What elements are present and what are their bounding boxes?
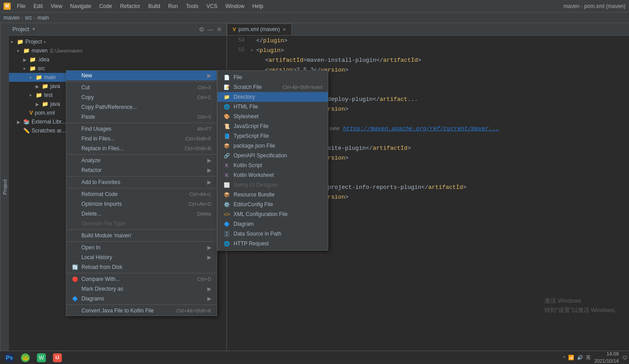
tree-idea[interactable]: ▶ 📁 .idea [9,55,226,64]
ps-icon: Ps [5,353,14,362]
ctx-delete[interactable]: Delete... Delete [66,209,217,219]
breadcrumb-maven[interactable]: maven [4,15,20,21]
sub-file[interactable]: 📄 File [218,72,328,82]
breadcrumb-src[interactable]: src [25,15,32,21]
sub-openapi[interactable]: 🔗 OpenAPI Specification [218,151,328,160]
ctx-convert-kotlin[interactable]: Convert Java File to Kotlin File Ctrl+Al… [66,306,217,316]
line-number: 54 [229,37,245,44]
tree-arrow: ▾ [11,40,17,44]
sub-item-icon: </> [223,211,231,218]
menu-edit[interactable]: Edit [30,2,46,10]
ctx-copy-path[interactable]: Copy Path/Reference... [66,102,217,112]
ctx-override-filetype[interactable]: Override File Type [66,219,217,228]
ctx-add-favorites[interactable]: Add to Favorites ▶ [66,177,217,187]
ctx-item-label: Copy Path/Reference... [81,104,211,110]
ctx-separator [66,241,217,242]
tray-input-method[interactable]: 英 [586,354,591,361]
ctx-open-in[interactable]: Open In ▶ [66,243,217,252]
sub-swing-ui[interactable]: ⬜ Swing UI Designer [218,180,328,190]
sub-kotlin-script[interactable]: K Kotlin Script [218,160,328,170]
sub-item-label: Data Source in Path [234,231,323,237]
breadcrumb-main[interactable]: main [37,15,49,21]
sub-ts-file[interactable]: 📘 TypeScript File [218,131,328,141]
sub-item-icon: 🔗 [223,152,231,159]
ctx-item-label: Optimize Imports [81,201,189,207]
panel-dropdown-icon[interactable]: ▾ [32,26,35,32]
ctx-optimize-imports[interactable]: Optimize Imports Ctrl+Alt+O [66,199,217,209]
ctx-find-usages[interactable]: Find Usages Alt+F7 [66,124,217,134]
xml-icon: V [29,110,33,116]
ctx-separator [66,229,217,230]
tray-network[interactable]: 📶 [568,355,574,360]
project-dropdown[interactable]: ▾ [44,40,46,44]
sub-item-icon: 🎨 [223,113,231,120]
ctx-copy[interactable]: Copy Ctrl+C [66,92,217,102]
clock[interactable]: 14:08 2021/10/14 [594,351,619,364]
panel-hide-btn[interactable]: ✕ [216,26,223,33]
sub-http-request[interactable]: 🌐 HTTP Request [218,239,328,248]
ctx-refactor[interactable]: Refactor ▶ [66,165,217,175]
sub-diagram[interactable]: 🔷 Diagram [218,219,328,229]
taskbar-btn-ij[interactable]: IJ [51,352,64,364]
taskbar-btn-green[interactable]: 🐸 [19,352,32,364]
ctx-reformat[interactable]: Reformat Code Ctrl+Alt+L [66,189,217,199]
ctx-build-module[interactable]: Build Module 'maven' [66,231,217,240]
ctx-replace-files[interactable]: Replace in Files... Ctrl+Shift+R [66,144,217,153]
sub-html-file[interactable]: 🌐 HTML File [218,102,328,112]
tree-maven[interactable]: ▾ 📁 maven E:\Java\maven [9,46,226,55]
ctx-shortcut: Ctrl+V [198,114,211,120]
taskbar: Ps 🐸 W IJ ^ 📶 🔊 英 14:08 2021/10/14 🗨 [0,351,629,364]
taskbar-right: ^ 📶 🔊 英 14:08 2021/10/14 🗨 [563,351,627,364]
menu-run[interactable]: Run [165,2,181,10]
ctx-mark-directory[interactable]: Mark Directory as ▶ [66,284,217,294]
sub-kotlin-worksheet[interactable]: K Kotlin Worksheet [218,170,328,180]
sub-xml-config[interactable]: </> XML Configuration File [218,209,328,219]
sub-scratch-file[interactable]: 📝 Scratch File Ctrl+Alt+Shift+Insert [218,82,328,92]
tray-notifications[interactable]: 🗨 [622,355,627,360]
menu-file[interactable]: File [13,2,29,10]
sub-js-file[interactable]: 📜 JavaScript File [218,121,328,131]
tab-pom-xml[interactable]: V pom.xml (maven) ✕ [227,24,292,35]
ctx-separator [66,123,217,123]
menu-vcs[interactable]: VCS [203,2,221,10]
sub-package-json[interactable]: 📦 package.json File [218,141,328,151]
menu-code[interactable]: Code [96,2,116,10]
ctx-cut[interactable]: Cut Ctrl+X [66,83,217,92]
ctx-reload-disk[interactable]: 🔄 Reload from Disk [66,262,217,272]
tab-close-btn[interactable]: ✕ [282,27,286,32]
ctx-item-label: Open In [81,244,206,251]
ctx-local-history[interactable]: Local History ▶ [66,252,217,262]
tray-volume[interactable]: 🔊 [577,355,583,360]
menu-refactor[interactable]: Refactor [117,2,144,10]
breadcrumb-sep1: › [21,15,23,21]
sub-editorconfig[interactable]: ⚙️ EditorConfig File [218,200,328,209]
tray-expand[interactable]: ^ [563,355,565,360]
sub-datasource[interactable]: 🗄️ Data Source in Path [218,229,328,239]
ctx-find-files[interactable]: Find in Files... Ctrl+Shift+F [66,134,217,144]
line-fold[interactable]: ▾ [250,47,256,54]
panel-settings-btn[interactable]: ⚙ [198,26,205,33]
menu-navigate[interactable]: Navigate [67,2,95,10]
panel-collapse-btn[interactable]: — [207,26,214,33]
ctx-analyze[interactable]: Analyze ▶ [66,156,217,165]
project-sidebar-tab[interactable]: Project [0,23,9,351]
ctx-diagrams[interactable]: 🔷 Diagrams ▶ [66,294,217,304]
folder-icon: 📁 [42,83,48,89]
menu-build[interactable]: Build [145,2,164,10]
sub-stylesheet[interactable]: 🎨 Stylesheet [218,112,328,121]
menu-help[interactable]: Help [249,2,267,10]
sub-resource-bundle[interactable]: 📦 Resource Bundle [218,190,328,200]
menu-view[interactable]: View [47,2,66,10]
taskbar-btn-ps[interactable]: Ps [3,352,16,364]
editor-tabs: V pom.xml (maven) ✕ [227,23,629,36]
tree-project[interactable]: ▾ 📁 Project ▾ [9,37,226,46]
sub-item-icon: 📘 [223,132,231,140]
menu-window[interactable]: Window [222,2,248,10]
menu-tools[interactable]: Tools [182,2,202,10]
sub-directory[interactable]: 📁 Directory [218,92,328,102]
ctx-new[interactable]: New ▶ [66,71,217,80]
taskbar-btn-wechat[interactable]: W [35,352,48,364]
ctx-compare-with[interactable]: 🔴 Compare With... Ctrl+D [66,274,217,284]
ctx-item-icon [72,113,79,120]
ctx-paste[interactable]: Paste Ctrl+V [66,112,217,122]
